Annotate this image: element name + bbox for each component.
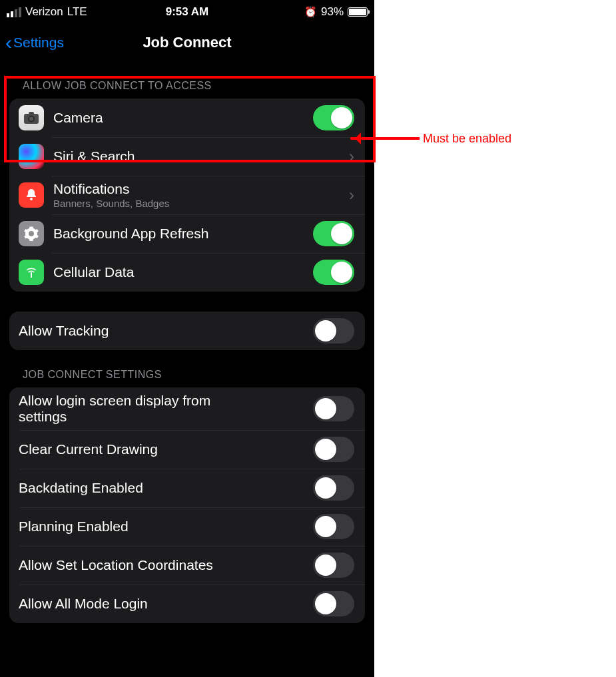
section-header-access: ALLOW JOB CONNECT TO ACCESS xyxy=(0,61,374,99)
row-app-setting[interactable]: Allow login screen display from settings xyxy=(9,387,365,430)
network-label: LTE xyxy=(67,5,87,19)
phone-frame: Verizon LTE 9:53 AM ⏰ 93% ‹ Settings Job… xyxy=(0,0,374,677)
svg-rect-1 xyxy=(29,112,34,115)
background-refresh-toggle[interactable] xyxy=(313,221,354,246)
row-siri[interactable]: Siri & Search › xyxy=(9,137,365,176)
back-label: Settings xyxy=(13,35,64,51)
nav-bar: ‹ Settings Job Connect xyxy=(0,24,374,61)
siri-icon xyxy=(19,144,44,169)
row-label: Background App Refresh xyxy=(53,226,313,242)
row-label: Allow login screen display from settings xyxy=(19,393,232,425)
app-toggle[interactable] xyxy=(313,553,354,578)
row-label: Allow All Mode Login xyxy=(19,596,313,612)
row-sublabel: Banners, Sounds, Badges xyxy=(53,198,349,209)
row-notifications[interactable]: Notifications Banners, Sounds, Badges › xyxy=(9,176,365,214)
alarm-icon: ⏰ xyxy=(304,6,317,18)
row-tracking[interactable]: Allow Tracking xyxy=(9,312,365,350)
chevron-left-icon: ‹ xyxy=(5,33,12,53)
cellular-toggle[interactable] xyxy=(313,260,354,285)
row-label: Clear Current Drawing xyxy=(19,441,313,457)
carrier-label: Verizon xyxy=(25,5,63,19)
status-left: Verizon LTE xyxy=(7,5,87,19)
status-bar: Verizon LTE 9:53 AM ⏰ 93% xyxy=(0,0,374,24)
app-toggle[interactable] xyxy=(313,437,354,462)
access-group: Camera Siri & Search › Notifications Ban… xyxy=(9,99,365,292)
svg-point-4 xyxy=(30,198,33,200)
app-toggle[interactable] xyxy=(313,514,354,539)
row-app-setting[interactable]: Allow All Mode Login xyxy=(9,584,365,623)
chevron-right-icon: › xyxy=(349,147,354,166)
row-label: Allow Tracking xyxy=(19,323,313,339)
row-label: Backdating Enabled xyxy=(19,480,313,496)
battery-icon xyxy=(348,7,368,17)
tracking-toggle[interactable] xyxy=(313,318,354,343)
status-right: ⏰ 93% xyxy=(304,5,368,19)
row-label: Cellular Data xyxy=(53,264,313,280)
gear-icon xyxy=(19,221,44,246)
section-header-app: JOB CONNECT SETTINGS xyxy=(0,350,374,387)
annotation-text: Must be enabled xyxy=(423,132,511,146)
svg-rect-5 xyxy=(31,272,32,278)
row-app-setting[interactable]: Planning Enabled xyxy=(9,507,365,546)
chevron-right-icon: › xyxy=(349,186,354,204)
app-toggle[interactable] xyxy=(313,591,354,616)
row-label: Camera xyxy=(53,110,313,126)
cellular-icon xyxy=(19,260,44,285)
notifications-icon xyxy=(19,182,44,208)
app-settings-group: Allow login screen display from settings… xyxy=(9,387,365,623)
svg-point-3 xyxy=(29,117,33,121)
row-app-setting[interactable]: Allow Set Location Coordinates xyxy=(9,546,365,584)
row-background-refresh[interactable]: Background App Refresh xyxy=(9,214,365,253)
row-camera[interactable]: Camera xyxy=(9,99,365,137)
row-cellular[interactable]: Cellular Data xyxy=(9,253,365,292)
tracking-group: Allow Tracking xyxy=(9,312,365,350)
row-label: Planning Enabled xyxy=(19,519,313,535)
battery-percent: 93% xyxy=(321,5,344,19)
camera-icon xyxy=(19,105,44,130)
app-toggle[interactable] xyxy=(313,475,354,501)
row-app-setting[interactable]: Backdating Enabled xyxy=(9,469,365,507)
app-toggle[interactable] xyxy=(313,396,354,421)
back-button[interactable]: ‹ Settings xyxy=(5,33,64,53)
row-label: Notifications xyxy=(53,181,349,197)
row-app-setting[interactable]: Clear Current Drawing xyxy=(9,430,365,469)
camera-toggle[interactable] xyxy=(313,105,354,130)
row-label: Siri & Search xyxy=(53,148,349,164)
signal-icon xyxy=(7,7,21,17)
row-label: Allow Set Location Coordinates xyxy=(19,557,313,573)
